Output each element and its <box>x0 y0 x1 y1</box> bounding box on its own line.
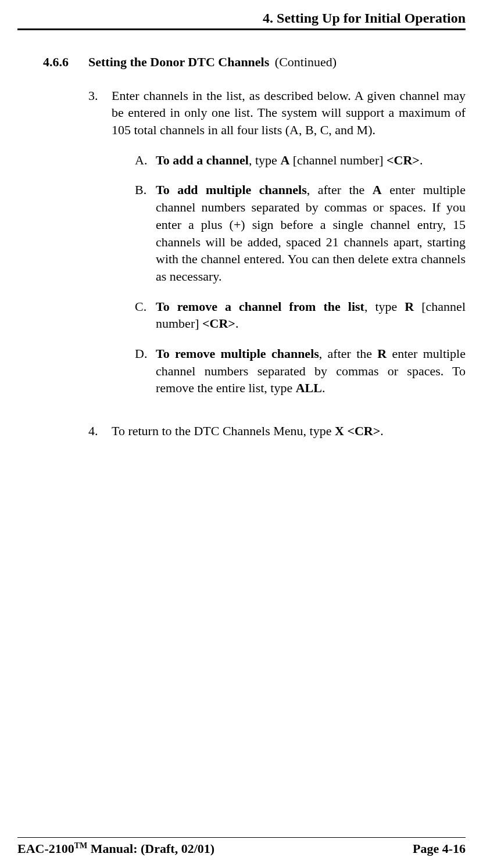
end-text: <CR> <box>202 316 235 331</box>
rest-text: enter multiple channel numbers separated… <box>156 182 466 283</box>
lead-text: To add multiple channels <box>156 182 307 197</box>
page-content: 4.6.6 Setting the Donor DTC Channels (Co… <box>17 30 466 837</box>
substep-body: To add multiple channels, after the A en… <box>156 181 466 285</box>
substep-body: To remove a channel from the list, type … <box>156 298 466 332</box>
mid-text: , type <box>364 299 405 314</box>
substep-a: A. To add a channel, type A [channel num… <box>135 152 466 169</box>
lead-text: To remove multiple channels <box>156 346 319 361</box>
step-3: 3. Enter channels in the list, as descri… <box>88 87 466 410</box>
substep-body: To add a channel, type A [channel number… <box>156 152 466 169</box>
key-text: R <box>377 346 387 361</box>
section-number: 4.6.6 <box>17 53 88 71</box>
substep-c: C. To remove a channel from the list, ty… <box>135 298 466 332</box>
dot-text: . <box>322 381 325 395</box>
end-text: <CR> <box>387 153 420 167</box>
page-footer: EAC-2100TM Manual: (Draft, 02/01) Page 4… <box>17 838 466 856</box>
mid-text: , type <box>249 153 280 167</box>
substep-body: To remove multiple channels, after the R… <box>156 345 466 397</box>
lead-text: To remove a channel from the list <box>156 299 364 314</box>
substep-marker: A. <box>135 152 156 169</box>
key-text: A <box>373 182 382 197</box>
all-text: ALL <box>296 381 322 395</box>
lead-text: To add a channel <box>156 153 249 167</box>
step-intro: Enter channels in the list, as described… <box>112 88 466 137</box>
page-header: 4. Setting Up for Initial Operation <box>17 10 466 28</box>
tail-text: [channel number] <box>289 153 387 167</box>
dot-text: . <box>420 153 423 167</box>
substep-marker: B. <box>135 181 156 285</box>
step-body: Enter channels in the list, as described… <box>112 87 466 410</box>
mid-text: , after the <box>307 182 373 197</box>
ordered-steps: 3. Enter channels in the list, as descri… <box>17 87 466 440</box>
chapter-title: 4. Setting Up for Initial Operation <box>263 10 466 26</box>
step-4: 4. To return to the DTC Channels Menu, t… <box>88 422 466 440</box>
trademark-icon: TM <box>74 841 88 850</box>
key-text: R <box>405 299 414 314</box>
sub-steps: A. To add a channel, type A [channel num… <box>112 152 466 397</box>
mid-text: , after the <box>319 346 377 361</box>
substep-b: B. To add multiple channels, after the A… <box>135 181 466 285</box>
footer-product: EAC-2100 <box>17 841 74 856</box>
pre-text: To return to the DTC Channels Menu, type <box>112 424 335 438</box>
step-marker: 3. <box>88 87 112 410</box>
dot-text: . <box>380 424 384 438</box>
section-suffix: (Continued) <box>275 55 337 69</box>
step-body: To return to the DTC Channels Menu, type… <box>112 422 466 440</box>
substep-marker: D. <box>135 345 156 397</box>
footer-manual: Manual: (Draft, 02/01) <box>87 841 214 856</box>
key-text: X <CR> <box>335 424 380 438</box>
key-text: A <box>280 153 289 167</box>
section-heading: 4.6.6 Setting the Donor DTC Channels (Co… <box>17 53 466 71</box>
substep-d: D. To remove multiple channels, after th… <box>135 345 466 397</box>
footer-left: EAC-2100TM Manual: (Draft, 02/01) <box>17 841 214 856</box>
substep-marker: C. <box>135 298 156 332</box>
section-title-wrap: Setting the Donor DTC Channels (Continue… <box>88 53 337 71</box>
dot-text: . <box>235 316 239 331</box>
section-title: Setting the Donor DTC Channels <box>88 55 269 69</box>
step-marker: 4. <box>88 422 112 440</box>
footer-right: Page 4-16 <box>413 841 466 856</box>
